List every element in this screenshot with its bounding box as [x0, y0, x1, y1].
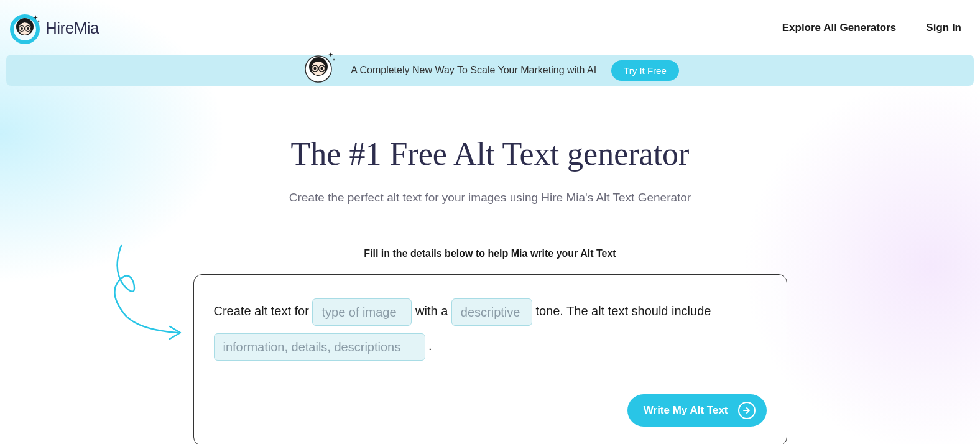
decorative-arrow-icon — [103, 239, 190, 345]
form-text-3: tone. The alt text should include — [532, 304, 711, 318]
nav-right: Explore All Generators Sign In — [782, 22, 961, 34]
nav-sign-in[interactable]: Sign In — [926, 22, 961, 34]
page-title: The #1 Free Alt Text generator — [0, 136, 980, 172]
nav-explore-generators[interactable]: Explore All Generators — [782, 22, 897, 34]
logo-text: HireMia — [45, 19, 99, 38]
header: HireMia Explore All Generators Sign In — [0, 0, 980, 55]
write-alt-text-button[interactable]: Write My Alt Text — [627, 394, 767, 427]
try-free-button[interactable]: Try It Free — [611, 60, 679, 81]
details-input[interactable] — [214, 333, 425, 361]
form-text-4: . — [425, 339, 432, 353]
banner-avatar-icon — [301, 50, 336, 85]
svg-point-12 — [314, 67, 317, 70]
promo-banner: A Completely New Way To Scale Your Marke… — [6, 55, 974, 86]
logo[interactable]: HireMia — [9, 12, 99, 44]
logo-icon — [9, 12, 40, 44]
svg-point-6 — [27, 27, 29, 30]
svg-point-5 — [21, 27, 23, 30]
arrow-right-icon — [738, 402, 756, 419]
svg-point-13 — [321, 67, 323, 70]
image-type-input[interactable] — [312, 298, 412, 326]
banner-text: A Completely New Way To Scale Your Marke… — [351, 65, 596, 76]
page-subtitle: Create the perfect alt text for your ima… — [0, 191, 980, 205]
form-text-1: Create alt text for — [214, 304, 313, 318]
generator-form: Create alt text for with a tone. The alt… — [193, 274, 787, 444]
tone-input[interactable] — [451, 298, 532, 326]
form-text-2: with a — [412, 304, 451, 318]
submit-button-label: Write My Alt Text — [644, 404, 728, 417]
main-content: The #1 Free Alt Text generator Create th… — [0, 86, 980, 444]
